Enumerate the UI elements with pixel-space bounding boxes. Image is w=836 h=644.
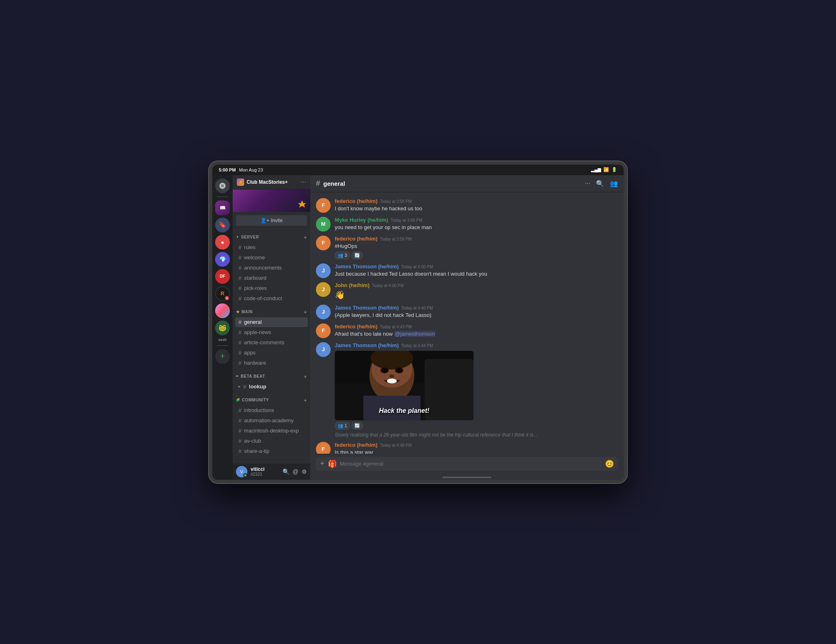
signal-icon: ▂▄▆	[591, 167, 601, 172]
hash-icon: #	[238, 319, 242, 325]
chat-input[interactable]	[340, 461, 602, 467]
message-content: federico (he/him) Today at 4:48 PM Is th…	[335, 442, 618, 454]
channel-introductions[interactable]: # introductions	[235, 406, 308, 415]
bookmark-server-icon[interactable]: 🔖	[215, 218, 230, 232]
status-time: 5:00 PM	[219, 167, 236, 172]
purple-server-icon[interactable]: 💎	[215, 252, 230, 267]
message-content: federico (he/him) Today at 4:43 PM Afrai…	[335, 323, 618, 338]
reaction-1[interactable]: 👥 3	[335, 252, 350, 259]
channel-hardware[interactable]: # hardware	[235, 358, 308, 368]
author-name: James Thomson (he/him)	[335, 305, 399, 311]
channel-automation-academy[interactable]: # automation-academy	[235, 416, 308, 426]
hash-icon: #	[238, 360, 242, 366]
colorful-server-icon[interactable]	[215, 303, 230, 318]
channel-pick-roles[interactable]: # pick-roles	[235, 283, 308, 293]
sidebar-actions: 🔍 @ ⚙	[282, 468, 307, 475]
category-main-add[interactable]: +	[304, 309, 307, 315]
svg-point-8	[382, 368, 387, 372]
message-header: Myke Hurley (he/him) Today at 3:58 PM	[335, 217, 618, 223]
hash-icon: #	[238, 438, 242, 444]
invite-button[interactable]: 👤+ Invite	[236, 215, 307, 226]
settings-action-icon[interactable]: ⚙	[302, 468, 307, 475]
category-beta-beat[interactable]: ✏ BETA BEAT +	[233, 368, 310, 381]
hash-icon: #	[238, 448, 242, 455]
category-main[interactable]: ★ MAIN +	[233, 304, 310, 317]
pencil-icon: ✏	[236, 374, 239, 378]
star-icon: ★	[236, 310, 240, 314]
message-header: James Thomson (he/him) Today at 4:40 PM	[335, 305, 618, 311]
message-header: federico (he/him) Today at 4:48 PM	[335, 442, 618, 448]
channel-apple-news[interactable]: # apple-news	[235, 328, 308, 337]
frog-server-icon[interactable]: 🐸	[215, 321, 230, 335]
hash-icon: #	[238, 417, 242, 424]
category-community[interactable]: 🧩 COMMUNITY +	[233, 392, 310, 405]
gift-icon[interactable]: 🎁	[328, 459, 337, 468]
message-content: John (he/him) Today at 4:00 PM 👋	[335, 282, 618, 301]
svg-rect-2	[425, 359, 474, 420]
hash-icon: #	[238, 295, 242, 302]
header-search-icon[interactable]: 🔍	[596, 180, 604, 187]
r-server-icon[interactable]: R 1	[215, 286, 230, 301]
channel-starboard[interactable]: # starboard	[235, 273, 308, 283]
server-banner	[233, 189, 310, 212]
chat-input-area: + 🎁 😊	[310, 454, 624, 475]
header-more-icon[interactable]: ···	[585, 180, 590, 187]
online-indicator	[243, 473, 247, 477]
channel-general[interactable]: # general	[235, 317, 308, 327]
hack-planet-image: Hack the planet!	[335, 351, 474, 420]
channel-av-club[interactable]: # av-club	[235, 436, 308, 446]
channel-macintosh-desktop-exp[interactable]: # macintosh-desktop-exp	[235, 426, 308, 436]
invite-icon: 👤+	[260, 218, 269, 223]
status-bar: 5:00 PM Mon Aug 23 ▂▄▆ 📶 🔋	[212, 165, 624, 175]
club-macstories-icon[interactable]: 📖	[215, 201, 230, 215]
channel-apps[interactable]: # apps	[235, 348, 308, 358]
add-server-button[interactable]: +	[215, 349, 230, 364]
chat-messages: F federico (he/him) Today at 3:58 PM I d…	[310, 192, 624, 454]
message-text: Is this a star war	[335, 449, 618, 454]
category-server[interactable]: ▼ SERVER +	[233, 229, 310, 242]
search-action-icon[interactable]: 🔍	[282, 468, 289, 475]
server-more-button[interactable]: ···	[301, 178, 306, 186]
message-time: Today at 3:58 PM	[380, 199, 412, 204]
message-group: J James Thomson (he/him) Today at 4:40 P…	[316, 303, 618, 321]
avatar-federico-2: F	[316, 236, 331, 250]
channel-code-of-conduct[interactable]: # code-of-conduct	[235, 294, 308, 303]
home-icon[interactable]	[215, 178, 230, 193]
channel-hash-icon: #	[316, 179, 320, 188]
sidebar-username: viticci	[251, 466, 279, 472]
reaction-3[interactable]: 👥 1	[335, 422, 350, 430]
mention-action-icon[interactable]: @	[293, 468, 298, 475]
hash-icon: #	[238, 339, 242, 346]
emoji-picker-icon[interactable]: 😊	[605, 459, 614, 468]
message-image: Hack the planet!	[335, 351, 474, 420]
author-name: federico (he/him)	[335, 323, 378, 330]
channel-share-a-tip[interactable]: # share-a-tip	[235, 446, 308, 456]
message-header: James Thomson (he/him) Today at 4:44 PM	[335, 342, 618, 348]
channel-article-comments[interactable]: # article-comments	[235, 338, 308, 348]
category-beta-add[interactable]: +	[304, 373, 307, 380]
df-server-icon[interactable]: DF	[215, 269, 230, 284]
message-header: James Thomson (he/him) Today at 4:00 PM	[335, 263, 618, 270]
message-group: F federico (he/him) Today at 3:58 PM #Hu…	[316, 234, 618, 261]
header-members-icon[interactable]: 👥	[610, 180, 618, 187]
red-server-icon[interactable]: ●	[215, 235, 230, 250]
hash-icon: #	[238, 428, 242, 434]
hash-icon: #	[238, 265, 242, 271]
channel-lookup[interactable]: ▶ # lookup	[235, 382, 308, 392]
chat-header-left: # general	[316, 179, 345, 188]
server-name[interactable]: ★ Club MacStories+	[237, 178, 288, 186]
channel-welcome[interactable]: # welcome	[235, 253, 308, 263]
category-community-add[interactable]: +	[304, 397, 307, 403]
message-reactions: 👥 3 🔄	[335, 252, 618, 259]
author-name: federico (he/him)	[335, 442, 378, 448]
sesh-server-group: sesh	[218, 338, 227, 342]
message-group: M Myke Hurley (he/him) Today at 3:58 PM …	[316, 215, 618, 233]
message-group: F federico (he/him) Today at 4:43 PM Afr…	[316, 322, 618, 340]
channel-rules[interactable]: # rules	[235, 243, 308, 252]
channel-announcements[interactable]: # announcements	[235, 263, 308, 273]
add-attachment-icon[interactable]: +	[320, 459, 325, 468]
category-server-add[interactable]: +	[304, 234, 307, 241]
reaction-4[interactable]: 🔄	[351, 422, 363, 430]
message-time: Today at 4:40 PM	[401, 306, 433, 310]
reaction-2[interactable]: 🔄	[351, 252, 363, 259]
